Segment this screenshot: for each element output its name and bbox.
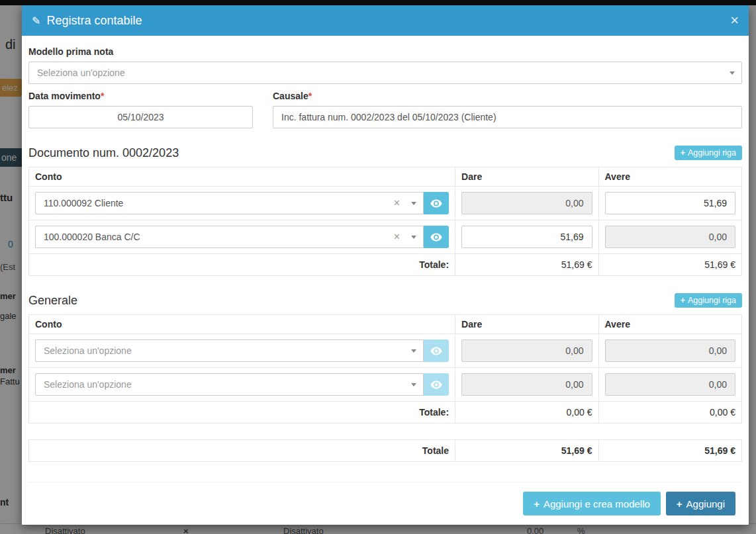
grand-totale-label: Totale (29, 440, 455, 462)
table-row: 110.000092 Cliente × (29, 187, 742, 220)
eye-icon-button[interactable] (424, 192, 449, 214)
eye-icon (430, 199, 442, 208)
dare-input (461, 192, 592, 214)
required-asterisk: * (101, 91, 104, 101)
generale-table: Conto Dare Avere Seleziona un'opzione (28, 314, 742, 423)
conto-header: Conto (29, 315, 455, 334)
table-row: Seleziona un'opzione (29, 334, 742, 368)
totale-avere: 0,00 € (598, 402, 741, 423)
dare-header: Dare (455, 167, 598, 187)
generale-section-title: Generale (28, 294, 77, 308)
conto-header: Conto (29, 167, 455, 187)
plus-icon: + (681, 148, 685, 157)
causale-input[interactable] (273, 106, 742, 128)
totale-label: Totale: (29, 402, 455, 423)
data-movimento-input[interactable] (28, 106, 253, 128)
chevron-down-icon (411, 202, 416, 205)
modal-title: ✎ Registra contabile (32, 14, 142, 28)
eye-icon (430, 233, 442, 242)
avere-input (605, 226, 735, 248)
modello-select[interactable]: Seleziona un'opzione (28, 62, 742, 84)
modal-header: ✎ Registra contabile × (22, 5, 749, 36)
dare-header: Dare (455, 315, 598, 334)
conto-select[interactable]: Seleziona un'opzione (35, 339, 424, 362)
modal-title-text: Registra contabile (46, 14, 142, 28)
plus-icon: + (534, 498, 540, 510)
required-asterisk: * (308, 91, 312, 101)
eye-icon-button (424, 373, 449, 396)
avere-header: Avere (598, 315, 741, 334)
table-header-row: Conto Dare Avere (29, 315, 742, 334)
conto-select[interactable]: Seleziona un'opzione (35, 373, 424, 396)
dare-input (461, 339, 592, 362)
chevron-down-icon (411, 236, 416, 239)
grand-total-row: Totale 51,69 € 51,69 € (29, 440, 742, 462)
table-header-row: Conto Dare Avere (29, 167, 742, 187)
conto-select[interactable]: 110.000092 Cliente × (35, 192, 424, 214)
totale-dare: 0,00 € (455, 402, 598, 423)
pencil-icon: ✎ (32, 15, 40, 27)
clear-icon[interactable]: × (394, 197, 400, 209)
eye-icon-button (424, 339, 449, 362)
grand-total-table: Totale 51,69 € 51,69 € (28, 439, 742, 462)
close-icon[interactable]: × (730, 13, 739, 28)
conto-select-value: 100.000020 Banca C/C (44, 232, 390, 242)
eye-icon-button[interactable] (424, 226, 449, 248)
modello-select-placeholder: Seleziona un'opzione (37, 67, 724, 78)
grand-totale-dare: 51,69 € (455, 440, 598, 462)
data-movimento-label: Data movimento* (28, 91, 253, 101)
modello-label: Modello prima nota (28, 46, 742, 57)
registra-contabile-modal: ✎ Registra contabile × Modello prima not… (22, 5, 749, 525)
clear-icon[interactable]: × (394, 231, 400, 243)
avere-input (605, 339, 735, 362)
table-row: 100.000020 Banca C/C × (29, 220, 742, 254)
totale-dare: 51,69 € (455, 254, 598, 276)
plus-icon: + (681, 296, 685, 305)
grand-totale-avere: 51,69 € (598, 440, 741, 462)
conto-select-placeholder: Seleziona un'opzione (44, 345, 406, 356)
totale-avere: 51,69 € (598, 254, 741, 276)
chevron-down-icon (411, 349, 416, 353)
dare-input[interactable] (461, 226, 592, 248)
causale-label: Causale* (273, 91, 742, 101)
add-row-button-generale[interactable]: +Aggiungi riga (675, 293, 742, 308)
table-total-row: Totale: 51,69 € 51,69 € (29, 254, 742, 276)
totale-label: Totale: (29, 254, 455, 276)
modal-body: Modello prima nota Seleziona un'opzione … (22, 36, 749, 525)
conto-select-placeholder: Seleziona un'opzione (44, 379, 406, 390)
aggiungi-button[interactable]: +Aggiungi (666, 492, 735, 515)
add-row-button-documento[interactable]: +Aggiungi riga (675, 146, 742, 160)
chevron-down-icon (411, 383, 416, 386)
aggiungi-crea-modello-button[interactable]: +Aggiungi e crea modello (523, 492, 661, 515)
documento-section-title: Documento num. 0002/2023 (28, 146, 179, 160)
avere-input[interactable] (605, 192, 735, 214)
dare-input (461, 373, 592, 396)
chevron-down-icon (730, 71, 735, 75)
avere-header: Avere (598, 167, 741, 187)
avere-input (605, 373, 735, 396)
plus-icon: + (677, 498, 683, 510)
table-total-row: Totale: 0,00 € 0,00 € (29, 402, 742, 423)
documento-table: Conto Dare Avere 110.000092 Cliente × (28, 167, 742, 276)
conto-select[interactable]: 100.000020 Banca C/C × (35, 226, 424, 248)
table-row: Seleziona un'opzione (29, 368, 742, 402)
conto-select-value: 110.000092 Cliente (44, 198, 390, 208)
modal-footer: +Aggiungi e crea modello +Aggiungi (28, 482, 742, 517)
eye-icon (430, 347, 442, 355)
eye-icon (430, 380, 442, 389)
